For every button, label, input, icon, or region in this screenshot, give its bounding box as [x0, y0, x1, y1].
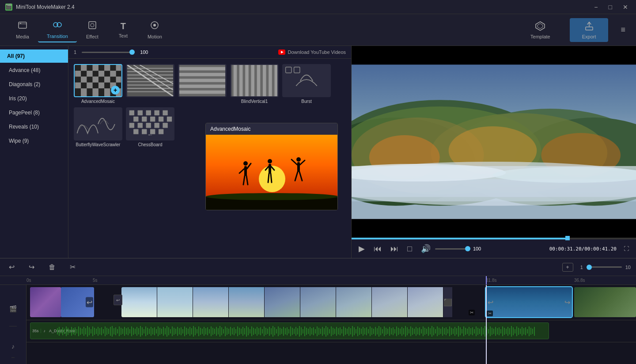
transition-icon-1[interactable]: ↩: [114, 295, 122, 305]
audio-track-icon[interactable]: ♪: [11, 343, 15, 350]
svg-rect-19: [104, 65, 110, 71]
toolbar-motion[interactable]: Motion: [139, 18, 171, 42]
svg-rect-305: [340, 327, 341, 335]
add-media-button[interactable]: +: [562, 263, 573, 272]
clip-3-selected[interactable]: ↩ ✂ ↪: [486, 287, 572, 317]
transition-card-advancedmosaic[interactable]: + AdvancedMosaic: [74, 64, 122, 104]
clip-1[interactable]: ↩: [30, 287, 94, 317]
svg-rect-357: [432, 326, 432, 337]
zoom-slider[interactable]: [587, 266, 622, 268]
app-icon: 🎬: [5, 4, 12, 11]
transition-thumb-diagonal[interactable]: [126, 64, 174, 97]
svg-rect-386: [483, 328, 484, 334]
clip-4[interactable]: [574, 287, 636, 317]
svg-rect-238: [221, 327, 222, 335]
minimize-button[interactable]: −: [591, 3, 600, 11]
svg-rect-264: [267, 329, 268, 334]
sidebar-item-diagonals[interactable]: Diagonals (2): [2, 78, 66, 91]
svg-rect-381: [474, 329, 475, 334]
svg-rect-96: [167, 117, 172, 121]
toolbar-export[interactable]: Export: [570, 18, 609, 42]
add-transition-btn[interactable]: +: [111, 86, 120, 95]
sidebar-item-iris[interactable]: Iris (20): [2, 92, 66, 105]
sidebar-item-reveals[interactable]: Reveals (10): [2, 120, 66, 133]
menu-icon[interactable]: ≡: [617, 22, 629, 38]
crop-button[interactable]: □: [405, 243, 414, 255]
transition-card-hlines[interactable]: [178, 64, 227, 104]
preview-panel: ▶ ⏮ ⏭ □ 🔊 100 00:00:31.20/00:00:41.20 ⛶: [351, 46, 636, 258]
svg-rect-298: [327, 327, 328, 335]
transition-thumb-burst[interactable]: [282, 64, 331, 97]
maximize-button[interactable]: □: [606, 3, 615, 11]
audio-track[interactable]: 35s ♪ A_Dusty_Road: [26, 320, 636, 342]
svg-rect-80: [269, 65, 272, 96]
transition-card-diagonal[interactable]: [126, 64, 174, 104]
sidebar-item-wipe[interactable]: Wipe (9): [2, 134, 66, 148]
svg-rect-392: [493, 329, 494, 334]
audio-clip[interactable]: 35s ♪ A_Dusty_Road: [30, 322, 549, 339]
transition-card-butterfly[interactable]: ButterflyWaveScrawler: [74, 107, 122, 147]
timeline-cursor: [486, 285, 487, 364]
toolbar-effect[interactable]: Effect: [77, 18, 108, 42]
svg-rect-210: [172, 326, 173, 336]
transition-card-burst[interactable]: Burst: [282, 64, 331, 104]
svg-rect-319: [364, 328, 365, 334]
sidebar-item-advance[interactable]: Advance (48): [2, 64, 66, 77]
redo-button[interactable]: ↪: [25, 261, 38, 273]
svg-rect-292: [317, 326, 318, 336]
step-back-button[interactable]: ⏮: [372, 243, 383, 255]
svg-rect-234: [214, 329, 215, 334]
clip-2[interactable]: ⬛ ✂: [121, 287, 484, 317]
video-track[interactable]: ↩ ⬛ ✂: [26, 285, 636, 320]
volume-button[interactable]: 🔊: [419, 242, 432, 255]
svg-rect-317: [361, 329, 362, 334]
fullscreen-button[interactable]: ⛶: [622, 244, 631, 254]
svg-rect-279: [294, 329, 295, 334]
cut-button[interactable]: ✂: [66, 261, 79, 273]
svg-rect-243: [230, 327, 231, 336]
step-forward-button[interactable]: ⏭: [389, 243, 400, 255]
svg-rect-339: [400, 329, 401, 334]
play-button[interactable]: ▶: [357, 242, 367, 255]
transition-card-blindvertical[interactable]: BlindVertical1: [230, 64, 279, 104]
sidebar-item-pagepeel[interactable]: PagePeel (8): [2, 106, 66, 119]
undo-button[interactable]: ↩: [5, 261, 18, 273]
volume-slider[interactable]: [435, 248, 470, 250]
svg-rect-70: [179, 79, 225, 82]
svg-rect-302: [334, 329, 335, 334]
delete-button[interactable]: 🗑: [45, 262, 59, 273]
transition-label-chessboard: ChessBoard: [138, 142, 162, 147]
transition-card-chessboard[interactable]: ← ChessBoard: [126, 107, 174, 147]
svg-rect-337: [396, 326, 397, 336]
youtube-link[interactable]: Download YouTube Videos: [278, 49, 346, 55]
duration-slider[interactable]: [82, 52, 135, 53]
svg-rect-273: [283, 327, 284, 336]
template-label: Template: [530, 34, 550, 39]
time-display: 00:00:31.20/00:00:41.20: [549, 246, 617, 252]
svg-rect-246: [235, 329, 236, 334]
sidebar-item-all[interactable]: All (97): [0, 49, 68, 63]
svg-rect-355: [428, 327, 429, 336]
video-track-icon[interactable]: 🎬: [9, 305, 17, 312]
svg-rect-154: [73, 328, 74, 334]
transition-thumb-chessboard[interactable]: ←: [126, 107, 174, 140]
transition-thumb-advancedmosaic[interactable]: +: [74, 64, 122, 97]
transition-label-burst: Burst: [301, 99, 311, 104]
close-button[interactable]: ✕: [620, 3, 631, 11]
svg-rect-361: [439, 328, 439, 335]
svg-rect-403: [513, 327, 514, 335]
svg-rect-241: [227, 328, 227, 335]
svg-point-7: [153, 24, 156, 27]
transition-thumb-blindvertical[interactable]: [230, 64, 279, 97]
svg-rect-323: [371, 328, 372, 335]
transition-thumb-butterfly[interactable]: [74, 107, 122, 140]
ruler-mark-36s: 36.8s: [574, 278, 585, 283]
toolbar-transition[interactable]: Transition: [38, 17, 77, 42]
toolbar-template[interactable]: Template: [520, 18, 561, 42]
svg-rect-253: [248, 327, 249, 335]
toolbar-text[interactable]: T Text: [108, 19, 139, 41]
svg-rect-379: [470, 328, 471, 334]
transition-thumb-hlines[interactable]: [178, 64, 227, 97]
toolbar-media[interactable]: Media: [7, 18, 38, 42]
svg-rect-314: [356, 329, 356, 334]
